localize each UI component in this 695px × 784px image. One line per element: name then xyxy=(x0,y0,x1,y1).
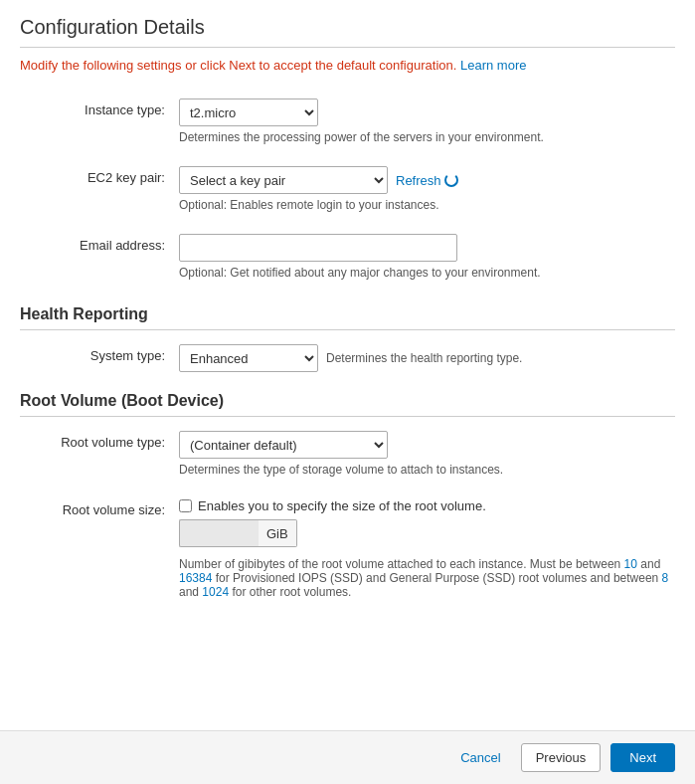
root-volume-type-row: Root volume type: (Container default) Ge… xyxy=(20,423,675,477)
size-checkbox-row: Enables you to specify the size of the r… xyxy=(179,498,675,513)
instance-type-help: Determines the processing power of the s… xyxy=(179,130,675,144)
email-label: Email address: xyxy=(20,234,179,253)
size-checkbox-label[interactable]: Enables you to specify the size of the r… xyxy=(198,498,486,513)
ec2-keypair-field: Select a key pair Refresh Optional: Enab… xyxy=(179,166,675,212)
gib-unit-label: GiB xyxy=(259,519,297,547)
email-help: Optional: Get notified about any major c… xyxy=(179,266,675,280)
email-input[interactable] xyxy=(179,234,457,262)
root-volume-type-label: Root volume type: xyxy=(20,431,179,450)
next-button[interactable]: Next xyxy=(610,743,675,772)
main-content: Configuration Details Modify the followi… xyxy=(0,0,695,730)
root-volume-type-select[interactable]: (Container default) General Purpose SSD … xyxy=(179,431,388,459)
email-row: Email address: Optional: Get notified ab… xyxy=(20,226,675,280)
root-volume-size-field: Enables you to specify the size of the r… xyxy=(179,498,675,599)
root-volume-title: Root Volume (Boot Device) xyxy=(20,392,675,417)
instance-type-row: Instance type: t2.micro t2.small t2.medi… xyxy=(20,91,675,144)
root-volume-section: Root Volume (Boot Device) Root volume ty… xyxy=(20,392,675,599)
system-type-label: System type: xyxy=(20,344,179,363)
cancel-button[interactable]: Cancel xyxy=(450,744,510,771)
refresh-label: Refresh xyxy=(396,173,441,188)
size-link-1024[interactable]: 1024 xyxy=(202,585,229,599)
page-wrapper: Configuration Details Modify the followi… xyxy=(0,0,695,784)
instance-type-field: t2.micro t2.small t2.medium t3.micro Det… xyxy=(179,98,675,144)
ec2-keypair-help: Optional: Enables remote login to your i… xyxy=(179,198,675,212)
ec2-keypair-label: EC2 key pair: xyxy=(20,166,179,185)
instance-type-label: Instance type: xyxy=(20,98,179,117)
root-volume-type-field: (Container default) General Purpose SSD … xyxy=(179,431,675,477)
size-link-10[interactable]: 10 xyxy=(624,557,637,571)
system-type-row: System type: Enhanced Basic Determines t… xyxy=(20,336,675,372)
root-volume-type-help: Determines the type of storage volume to… xyxy=(179,463,675,477)
page-title: Configuration Details xyxy=(20,16,675,48)
intro-message: Modify the following settings or click N… xyxy=(20,58,456,73)
gib-row: GiB xyxy=(179,519,675,547)
previous-button[interactable]: Previous xyxy=(521,743,602,772)
root-volume-size-row: Root volume size: Enables you to specify… xyxy=(20,490,675,599)
system-type-inline-help: Determines the health reporting type. xyxy=(326,351,522,365)
gib-input[interactable] xyxy=(179,519,259,547)
system-type-field: Enhanced Basic Determines the health rep… xyxy=(179,344,675,372)
learn-more-link[interactable]: Learn more xyxy=(460,58,526,73)
email-field-container: Optional: Get notified about any major c… xyxy=(179,234,675,280)
root-volume-size-note: Number of gibibytes of the root volume a… xyxy=(179,557,675,599)
health-reporting-title: Health Reporting xyxy=(20,305,675,330)
keypair-select[interactable]: Select a key pair xyxy=(179,166,388,194)
refresh-link[interactable]: Refresh xyxy=(396,173,458,188)
root-volume-size-label: Root volume size: xyxy=(20,498,179,517)
ec2-keypair-row: EC2 key pair: Select a key pair Refresh … xyxy=(20,158,675,212)
footer: Cancel Previous Next xyxy=(0,730,695,784)
intro-text: Modify the following settings or click N… xyxy=(20,58,675,73)
instance-type-select[interactable]: t2.micro t2.small t2.medium t3.micro xyxy=(179,98,318,126)
health-reporting-section: Health Reporting System type: Enhanced B… xyxy=(20,294,675,372)
refresh-icon xyxy=(444,173,458,187)
size-link-16384[interactable]: 16384 xyxy=(179,571,212,585)
size-link-8[interactable]: 8 xyxy=(662,571,669,585)
system-type-select[interactable]: Enhanced Basic xyxy=(179,344,318,372)
size-enable-checkbox[interactable] xyxy=(179,499,192,512)
